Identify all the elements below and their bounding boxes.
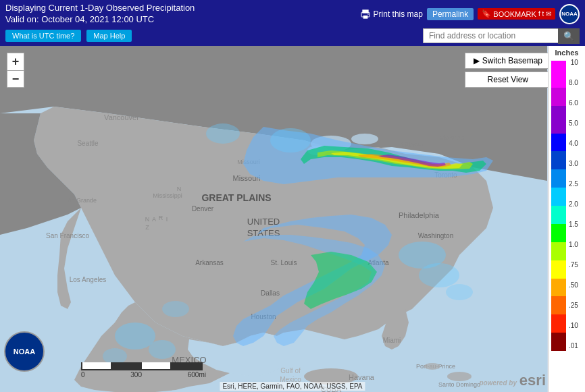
noaa-bottom-label: NOAA — [14, 347, 35, 356]
svg-text:Los Angeles: Los Angeles — [70, 276, 107, 283]
scale-label-0: 0 — [81, 371, 85, 379]
bookmark-icon: 🔖 — [482, 9, 491, 18]
print-icon — [360, 9, 371, 20]
attribution: Esri, HERE, Garmin, FAO, NOAA, USGS, EPA — [220, 382, 365, 391]
map-help-button[interactable]: Map Help — [86, 30, 132, 42]
bookmark-label: BOOKMARK — [493, 10, 536, 18]
svg-point-53 — [162, 301, 189, 317]
svg-text:Santo Domingo: Santo Domingo — [438, 381, 480, 388]
svg-point-49 — [115, 323, 155, 349]
page-container: Displaying Current 1-Day Observed Precip… — [0, 0, 585, 392]
svg-text:Ottawa: Ottawa — [401, 141, 423, 148]
svg-text:N: N — [145, 216, 150, 223]
cs-block-magenta — [551, 61, 566, 88]
svg-text:Seattle: Seattle — [77, 140, 99, 147]
esri-logo: powered by esri — [479, 372, 546, 389]
top-bar-row1: Displaying Current 1-Day Observed Precip… — [5, 3, 580, 26]
svg-text:Dallas: Dallas — [261, 289, 280, 297]
reset-view-button[interactable]: Reset View — [465, 72, 551, 88]
zoom-in-button[interactable]: + — [7, 53, 24, 70]
bookmark-button[interactable]: 🔖 BOOKMARK f t ✉ — [478, 8, 555, 20]
legend-val-50: .50 — [569, 282, 578, 289]
legend-val-3: 3.0 — [569, 161, 578, 167]
switch-basemap-button[interactable]: ▶ Switch Basemap — [465, 53, 551, 69]
legend-val-75: .75 — [569, 262, 578, 269]
svg-point-56 — [419, 263, 459, 287]
cs-block-yellow — [551, 260, 566, 279]
search-icon: 🔍 — [563, 31, 574, 41]
legend-labels-col: 10 8.0 6.0 5.0 4.0 3.0 2.5 2.0 1.5 1.0 .… — [566, 59, 578, 349]
zoom-controls: + − — [7, 53, 24, 88]
cs-block-orange — [551, 279, 566, 297]
cs-block-teal — [551, 206, 566, 224]
scale-bar: 0 300 600mi — [81, 362, 206, 379]
zoom-out-button[interactable]: − — [7, 70, 24, 88]
cs-block-dark-orange — [551, 296, 566, 314]
switch-basemap-label: Switch Basemap — [482, 56, 542, 65]
scale-bar-graphic — [81, 362, 203, 370]
svg-text:Mississippi: Mississippi — [153, 192, 182, 199]
legend-val-2: 2.0 — [569, 201, 578, 208]
svg-text:A: A — [152, 216, 156, 223]
legend-val-8: 8.0 — [569, 80, 578, 86]
permalink-button[interactable]: Permalink — [427, 8, 474, 20]
noaa-logo-bottom: NOAA — [4, 331, 45, 372]
legend-val-01: .01 — [569, 343, 578, 349]
svg-point-57 — [446, 284, 473, 300]
utc-time-button[interactable]: What is UTC time? — [5, 30, 81, 42]
attribution-text: Esri, HERE, Garmin, FAO, NOAA, USGS, EPA — [222, 383, 362, 390]
map-buttons: ▶ Switch Basemap Reset View — [465, 53, 551, 88]
esri-brand: esri — [519, 372, 546, 389]
cs-block-blue2 — [551, 151, 566, 169]
legend-val-5: 5.0 — [569, 120, 578, 127]
legend-title: Inches — [555, 49, 579, 57]
scale-labels: 0 300 600mi — [81, 371, 206, 379]
cs-block-blue1 — [551, 134, 566, 152]
svg-point-54 — [270, 128, 311, 152]
print-label: Print this map — [374, 9, 423, 19]
cs-block-red — [551, 314, 566, 333]
scale-seg-2 — [112, 362, 142, 369]
cs-block-green — [551, 224, 566, 242]
svg-text:Philadelphia: Philadelphia — [399, 211, 440, 219]
cs-block-blue3 — [551, 169, 566, 188]
svg-text:Rio Grande: Rio Grande — [66, 197, 97, 204]
scale-seg-3 — [142, 362, 172, 369]
cs-block-purple1 — [551, 88, 566, 106]
scale-seg-4 — [172, 362, 201, 369]
title-area: Displaying Current 1-Day Observed Precip… — [5, 3, 195, 26]
svg-rect-0 — [362, 9, 368, 13]
title-line2: Valid on: October 04, 2021 12:00 UTC — [5, 14, 195, 26]
legend-val-10b: .10 — [569, 323, 578, 329]
svg-text:Montreal: Montreal — [440, 134, 466, 142]
legend-val-4: 4.0 — [569, 140, 578, 147]
scale-label-300: 300 — [130, 371, 142, 379]
svg-text:UNITED: UNITED — [247, 217, 280, 227]
search-button[interactable]: 🔍 — [558, 28, 580, 44]
svg-text:Denver: Denver — [192, 205, 214, 213]
svg-text:St. Louis: St. Louis — [271, 259, 297, 267]
social-icons: f t ✉ — [538, 10, 551, 18]
esri-label: powered by — [479, 379, 517, 387]
search-container: 🔍 — [423, 28, 580, 44]
noaa-logo-top: NOAA — [559, 4, 580, 24]
search-input[interactable] — [423, 28, 558, 43]
cs-block-cyan — [551, 188, 566, 206]
top-bar-row2: What is UTC time? Map Help 🔍 — [5, 28, 580, 44]
svg-text:Z: Z — [145, 224, 149, 231]
cs-block-yellow-green — [551, 242, 566, 260]
map-svg: GREAT PLAINS UNITED STATES MEXICO Vancou… — [0, 46, 547, 392]
svg-text:I: I — [166, 216, 168, 223]
svg-text:Gulf of: Gulf of — [280, 367, 301, 374]
svg-rect-2 — [363, 16, 367, 19]
svg-text:San Francisco: San Francisco — [46, 232, 89, 240]
scale-seg-1 — [82, 362, 112, 369]
title-line1: Displaying Current 1-Day Observed Precip… — [5, 3, 195, 14]
svg-text:Washington: Washington — [418, 232, 453, 240]
svg-text:R: R — [159, 215, 163, 221]
top-bar: Displaying Current 1-Day Observed Precip… — [0, 0, 585, 46]
svg-text:GREAT PLAINS: GREAT PLAINS — [201, 192, 271, 203]
svg-point-52 — [206, 123, 240, 144]
legend: Inches — [548, 46, 585, 392]
print-button[interactable]: Print this map — [360, 9, 423, 20]
